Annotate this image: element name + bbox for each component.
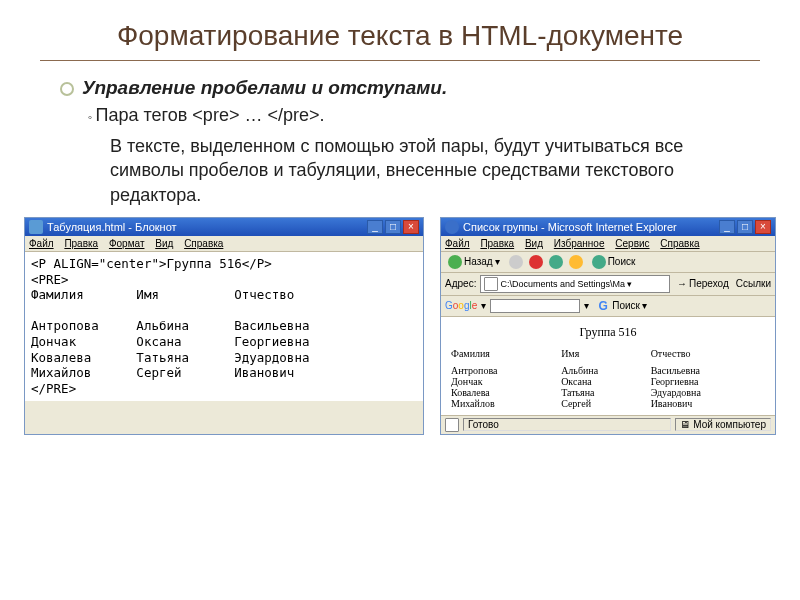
table-row: АнтроповаАльбинаВасильевна: [449, 365, 767, 376]
slide-title: Форматирование текста в HTML-документе: [0, 0, 800, 60]
ie-address-bar: Адрес: C:\Documents and Settings\Ма ▾ → …: [441, 273, 775, 296]
bullet-icon: [60, 82, 74, 96]
g-icon: G: [596, 299, 610, 313]
minimize-button[interactable]: _: [367, 220, 383, 234]
ie-title-text: Список группы - Microsoft Internet Explo…: [463, 221, 719, 233]
menu-view[interactable]: Вид: [525, 238, 543, 249]
body-paragraph: В тексте, выделенном с помощью этой пары…: [110, 134, 740, 207]
status-doc-icon: [445, 418, 459, 432]
back-label: Назад: [464, 256, 493, 267]
home-icon[interactable]: [569, 255, 583, 269]
menu-file[interactable]: Файл: [29, 238, 54, 249]
stop-icon[interactable]: [529, 255, 543, 269]
table-header-row: Фамилия Имя Отчество: [449, 348, 767, 359]
close-button[interactable]: ×: [755, 220, 771, 234]
links-label[interactable]: Ссылки: [736, 278, 771, 289]
doc-icon: [484, 277, 498, 291]
notepad-text-area[interactable]: <P ALIGN="center">Группа 516</P> <PRE> Ф…: [25, 252, 423, 401]
maximize-button[interactable]: □: [737, 220, 753, 234]
menu-edit[interactable]: Правка: [64, 238, 98, 249]
search-label: Поиск: [608, 256, 636, 267]
back-icon: [448, 255, 462, 269]
sub-bullet: Пара тегов <pre> … </pre>.: [88, 105, 740, 126]
notepad-title-text: Табуляция.html - Блокнот: [47, 221, 367, 233]
go-button[interactable]: → Переход: [674, 277, 732, 290]
ie-toolbar: Назад ▾ Поиск: [441, 252, 775, 273]
minimize-button[interactable]: _: [719, 220, 735, 234]
refresh-icon[interactable]: [549, 255, 563, 269]
menu-svc[interactable]: Сервис: [615, 238, 649, 249]
address-input[interactable]: C:\Documents and Settings\Ма ▾: [480, 275, 670, 293]
menu-help[interactable]: Справка: [660, 238, 699, 249]
title-divider: [40, 60, 760, 61]
col-patr: Отчество: [649, 348, 767, 359]
notepad-window: Табуляция.html - Блокнот _ □ × Файл Прав…: [24, 217, 424, 435]
back-button[interactable]: Назад ▾: [445, 254, 503, 270]
notepad-app-icon: [29, 220, 43, 234]
page-heading: Группа 516: [449, 325, 767, 340]
ie-app-icon: [445, 220, 459, 234]
notepad-titlebar[interactable]: Табуляция.html - Блокнот _ □ ×: [25, 218, 423, 236]
menu-fav[interactable]: Избранное: [554, 238, 605, 249]
search-button[interactable]: Поиск: [589, 254, 639, 270]
table-row: КовалеваТатьянаЭдуардовна: [449, 387, 767, 398]
table-row: МихайловСергейИванович: [449, 398, 767, 409]
google-toolbar: Google ▾ ▾ GПоиск ▾: [441, 296, 775, 317]
ie-status-bar: Готово 🖥 Мой компьютер: [441, 415, 775, 434]
search-icon: [592, 255, 606, 269]
group-table: Фамилия Имя Отчество АнтроповаАльбинаВас…: [449, 348, 767, 409]
status-zone: 🖥 Мой компьютер: [675, 418, 771, 431]
table-row: ДончакОксанаГеоргиевна: [449, 376, 767, 387]
address-label: Адрес:: [445, 278, 476, 289]
menu-edit[interactable]: Правка: [480, 238, 514, 249]
bullet-text: Управление пробелами и отступами.: [82, 77, 447, 99]
col-fam: Фамилия: [449, 348, 559, 359]
notepad-menubar: Файл Правка Формат Вид Справка: [25, 236, 423, 252]
close-button[interactable]: ×: [403, 220, 419, 234]
menu-help[interactable]: Справка: [184, 238, 223, 249]
notepad-code: <P ALIGN="center">Группа 516</P> <PRE> Ф…: [31, 256, 417, 397]
maximize-button[interactable]: □: [385, 220, 401, 234]
ie-titlebar[interactable]: Список группы - Microsoft Internet Explo…: [441, 218, 775, 236]
forward-icon[interactable]: [509, 255, 523, 269]
menu-format[interactable]: Формат: [109, 238, 145, 249]
ie-content-area: Группа 516 Фамилия Имя Отчество Антропов…: [441, 317, 775, 415]
address-value: C:\Documents and Settings\Ма: [500, 279, 625, 289]
ie-menubar: Файл Правка Вид Избранное Сервис Справка: [441, 236, 775, 252]
google-logo: Google: [445, 300, 477, 311]
go-label: Переход: [689, 278, 729, 289]
status-done: Готово: [463, 418, 671, 431]
google-search-button[interactable]: GПоиск ▾: [593, 298, 650, 314]
menu-file[interactable]: Файл: [445, 238, 470, 249]
google-search-input[interactable]: [490, 299, 580, 313]
menu-view[interactable]: Вид: [155, 238, 173, 249]
col-name: Имя: [559, 348, 649, 359]
ie-window: Список группы - Microsoft Internet Explo…: [440, 217, 776, 435]
google-search-label: Поиск: [612, 300, 640, 311]
